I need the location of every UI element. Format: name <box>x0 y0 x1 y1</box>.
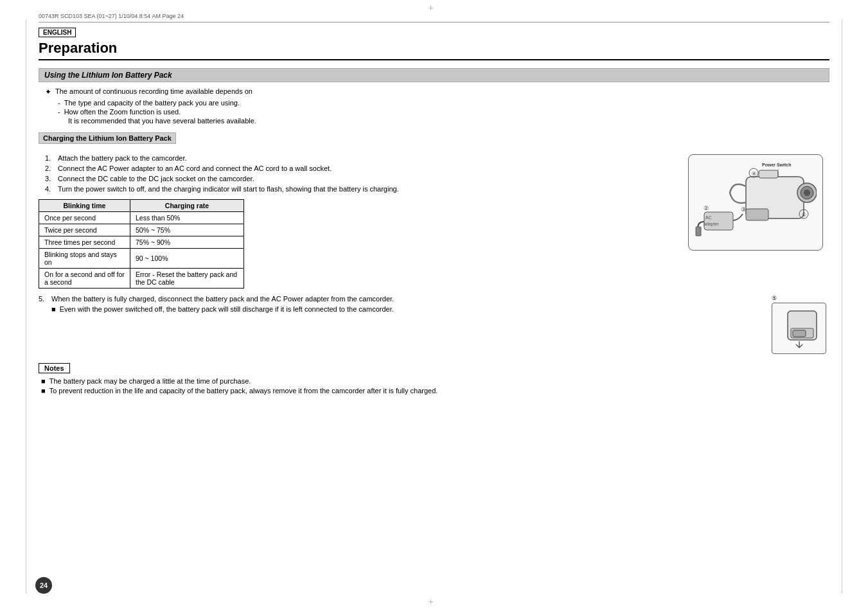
battery-insert-image <box>772 303 826 354</box>
square-bullet-1-icon: ■ <box>41 377 46 385</box>
step-1: 1. Attach the battery pack to the camcor… <box>45 154 675 162</box>
camcorder-diagram-svg: ④ ① Power Switch AC adapter ② <box>695 157 817 247</box>
step-5: 5. When the battery is fully charged, di… <box>39 295 759 313</box>
step5-text: 5. When the battery is fully charged, di… <box>39 295 759 354</box>
svg-point-3 <box>804 190 810 196</box>
table-cell-4-0: On for a second and off for a second <box>39 269 130 289</box>
header-meta: 00743R SCD103 SEA (01~27) 1/10/04 8:54 A… <box>39 13 829 22</box>
step5-sub-bullet: ■ Even with the power switched off, the … <box>51 305 394 313</box>
table-cell-1-0: Twice per second <box>39 224 130 236</box>
svg-text:①: ① <box>802 212 806 218</box>
step5-image-area: ⑤ <box>772 295 829 354</box>
notes-label: Notes <box>39 363 70 373</box>
note-1: ■ The battery pack may be charged a litt… <box>41 377 829 385</box>
section1-bullets: ✦ The amount of continuous recording tim… <box>39 87 829 125</box>
section1-main-bullet: ✦ The amount of continuous recording tim… <box>45 87 829 96</box>
table-cell-2-1: 75% ~ 90% <box>130 236 244 249</box>
left-margin-line <box>26 19 26 594</box>
file-info: 00743R SCD103 SEA (01~27) 1/10/04 8:54 A… <box>39 13 184 19</box>
svg-rect-17 <box>696 227 701 236</box>
section1-heading: Using the Lithium Ion Battery Pack <box>39 68 829 82</box>
svg-rect-5 <box>746 209 768 220</box>
square-bullet-icon: ■ <box>51 305 56 313</box>
page-title: Preparation <box>39 40 829 60</box>
table-header-blinking: Blinking time <box>39 200 130 212</box>
notes-section: Notes ■ The battery pack may be charged … <box>39 360 829 395</box>
svg-text:Power Switch: Power Switch <box>762 163 792 167</box>
svg-text:AC: AC <box>705 215 712 220</box>
table-cell-0-1: Less than 50% <box>130 212 244 224</box>
section2-heading: Charging the Lithium Ion Battery Pack <box>39 132 176 144</box>
sub-bullet-2: - How often the Zoom function is used. <box>58 108 829 116</box>
step-2: 2. Connect the AC Power adapter to an AC… <box>45 164 675 172</box>
section1-sub-bullets: - The type and capacity of the battery p… <box>45 99 829 125</box>
crosshair-top <box>430 5 439 14</box>
table-header-charging: Charging rate <box>130 200 244 212</box>
camcorder-image-box: ④ ① Power Switch AC adapter ② <box>688 154 823 251</box>
battery-insert-svg <box>775 306 823 351</box>
dash-icon: - <box>58 108 60 116</box>
language-badge: ENGLISH <box>39 28 829 40</box>
section2-left-content: 1. Attach the battery pack to the camcor… <box>39 154 675 289</box>
svg-text:④: ④ <box>752 171 756 177</box>
svg-text:adapter: adapter <box>704 222 719 227</box>
svg-text:②: ② <box>704 205 709 211</box>
svg-text:③: ③ <box>741 206 746 213</box>
page-number: 24 <box>35 577 52 594</box>
svg-rect-4 <box>759 170 778 178</box>
bullet-cross-icon: ✦ <box>45 87 51 96</box>
table-cell-1-1: 50% ~ 75% <box>130 224 244 236</box>
notes-list: ■ The battery pack may be charged a litt… <box>39 377 829 395</box>
step-3: 3. Connect the DC cable to the DC jack s… <box>45 175 675 182</box>
table-cell-0-0: Once per second <box>39 212 130 224</box>
sub-bullet-3: It is recommended that you have several … <box>58 117 829 125</box>
page-container: 00743R SCD103 SEA (01~27) 1/10/04 8:54 A… <box>0 0 868 613</box>
sub-bullet-1: - The type and capacity of the battery p… <box>58 99 829 107</box>
note-2: ■ To prevent reduction in the life and c… <box>41 387 829 395</box>
table-cell-4-1: Error - Reset the battery pack and the D… <box>130 269 244 289</box>
crosshair-bottom <box>430 599 439 608</box>
step-4: 4. Turn the power switch to off, and the… <box>45 185 675 193</box>
steps-1-4: 1. Attach the battery pack to the camcor… <box>39 154 675 193</box>
section2-heading-wrapper: Charging the Lithium Ion Battery Pack <box>39 132 829 149</box>
table-cell-2-0: Three times per second <box>39 236 130 249</box>
step5-row: 5. When the battery is fully charged, di… <box>39 295 829 354</box>
svg-rect-20 <box>793 330 806 337</box>
camcorder-image-area: ④ ① Power Switch AC adapter ② <box>688 154 829 289</box>
table-cell-3-1: 90 ~ 100% <box>130 249 244 269</box>
charging-table: Blinking time Charging rate Once per sec… <box>39 199 244 289</box>
dash-icon: - <box>58 99 60 107</box>
right-margin-line <box>842 19 842 594</box>
square-bullet-2-icon: ■ <box>41 387 46 395</box>
section2-content-row: 1. Attach the battery pack to the camcor… <box>39 154 829 289</box>
table-cell-3-0: Blinking stops and stays on <box>39 249 130 269</box>
